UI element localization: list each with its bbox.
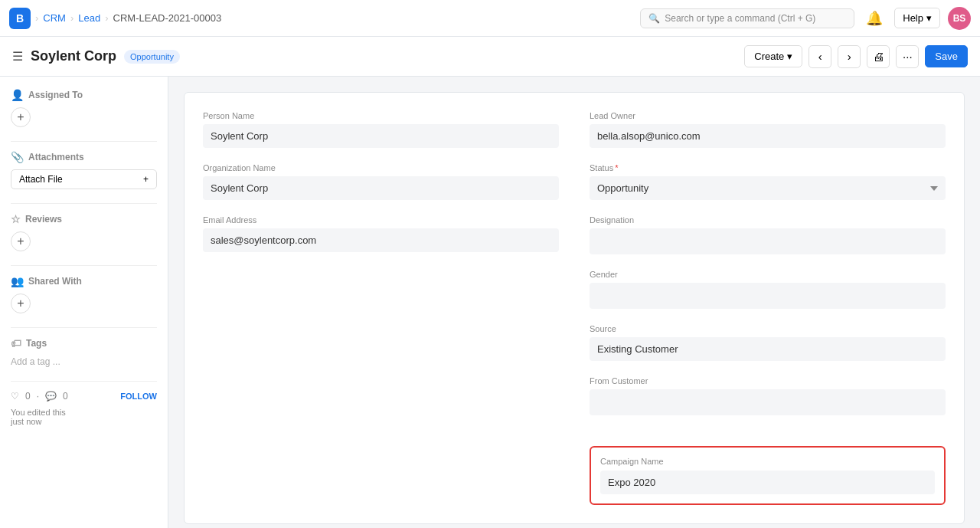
tags-section: 🏷 Tags Add a tag ... [11, 337, 157, 367]
breadcrumb-area: B › CRM › Lead › CRM-LEAD-2021-00003 [9, 8, 221, 29]
status-select[interactable]: Opportunity Lead Open [590, 176, 946, 200]
edited-time: just now [11, 417, 157, 426]
shared-with-add-button[interactable]: + [11, 294, 31, 313]
organization-name-group: Organization Name [203, 163, 559, 200]
save-button[interactable]: Save [925, 45, 968, 67]
main-content: Person Name Lead Owner Organization Name [168, 77, 980, 528]
gender-input[interactable] [590, 283, 946, 309]
page-title: Soylent Corp [31, 48, 116, 64]
attach-file-label: Attach File [19, 174, 63, 185]
page-header-left: ☰ Soylent Corp Opportunity [12, 48, 180, 64]
form-grid: Person Name Lead Owner Organization Name [203, 111, 946, 415]
heart-icon: ♡ [11, 391, 19, 402]
organization-name-label: Organization Name [203, 163, 559, 172]
reviews-header: ☆ Reviews [11, 213, 157, 225]
app-icon[interactable]: B [9, 8, 31, 29]
follow-button[interactable]: FOLLOW [120, 392, 157, 401]
designation-group: Designation [590, 215, 946, 254]
lead-owner-group: Lead Owner [590, 111, 946, 148]
comment-icon: 💬 [45, 391, 57, 402]
assigned-to-section: 👤 Assigned To + [11, 89, 157, 127]
edit-info: You edited this just now [11, 408, 157, 426]
person-icon: 👤 [11, 89, 24, 101]
divider1 [11, 141, 157, 142]
status-badge: Opportunity [124, 50, 180, 64]
person-name-input[interactable] [203, 124, 559, 148]
attach-add-icon: + [143, 174, 149, 185]
search-bar[interactable]: 🔍 Search or type a command (Ctrl + G) [640, 8, 854, 28]
from-customer-input[interactable] [590, 389, 946, 415]
attachments-section: 📎 Attachments Attach File + [11, 151, 157, 189]
gender-label: Gender [590, 270, 946, 279]
help-label: Help [903, 12, 923, 24]
prev-button[interactable]: ‹ [808, 45, 831, 68]
source-group: Source [590, 324, 946, 361]
form-card: Person Name Lead Owner Organization Name [184, 92, 965, 524]
edited-by: You edited this [11, 408, 157, 417]
divider4 [11, 327, 157, 328]
sidebar: 👤 Assigned To + 📎 Attachments Attach Fil… [0, 77, 168, 528]
page-header: ☰ Soylent Corp Opportunity Create ▾ ‹ › … [0, 37, 980, 77]
campaign-name-label: Campaign Name [600, 457, 935, 466]
topnav: B › CRM › Lead › CRM-LEAD-2021-00003 🔍 S… [0, 0, 980, 37]
reviews-section: ☆ Reviews + [11, 213, 157, 251]
breadcrumb-lead[interactable]: Lead [78, 12, 100, 24]
likes-count: 0 [25, 391, 31, 402]
attachments-header: 📎 Attachments [11, 151, 157, 163]
comments-count: 0 [63, 391, 68, 402]
campaign-highlighted-box: Campaign Name [590, 446, 946, 505]
chevron-down-icon: ▾ [787, 51, 792, 62]
person-name-label: Person Name [203, 111, 559, 120]
print-button[interactable]: 🖨 [867, 45, 890, 68]
designation-input[interactable] [590, 228, 946, 254]
organization-name-input[interactable] [203, 176, 559, 200]
campaign-column: Campaign Name [590, 431, 946, 505]
search-icon: 🔍 [648, 13, 660, 24]
layout: 👤 Assigned To + 📎 Attachments Attach Fil… [0, 77, 980, 528]
shared-with-label: Shared With [28, 276, 82, 287]
topnav-right: 🔍 Search or type a command (Ctrl + G) 🔔 … [640, 6, 971, 31]
next-button[interactable]: › [838, 45, 861, 68]
source-input[interactable] [590, 337, 946, 361]
reviews-add-button[interactable]: + [11, 231, 31, 251]
source-label: Source [590, 324, 946, 333]
from-customer-group: From Customer [590, 376, 946, 415]
more-options-button[interactable]: ··· [896, 45, 919, 68]
tags-label: Tags [26, 338, 47, 349]
page-header-right: Create ▾ ‹ › 🖨 ··· Save [744, 45, 968, 68]
divider3 [11, 265, 157, 266]
attachments-label: Attachments [28, 152, 84, 162]
status-group: Status* Opportunity Lead Open [590, 163, 946, 200]
email-label: Email Address [203, 215, 559, 225]
designation-label: Designation [590, 215, 946, 225]
divider2 [11, 203, 157, 204]
help-button[interactable]: Help ▾ [894, 8, 940, 28]
lead-owner-input[interactable] [590, 124, 946, 148]
create-button[interactable]: Create ▾ [744, 45, 802, 67]
notifications-button[interactable]: 🔔 [862, 6, 887, 31]
search-placeholder: Search or type a command (Ctrl + G) [665, 13, 815, 24]
breadcrumb-crm[interactable]: CRM [43, 12, 66, 24]
person-name-group: Person Name [203, 111, 559, 148]
from-customer-label: From Customer [590, 376, 946, 385]
campaign-name-input[interactable] [600, 471, 935, 494]
sep3: › [105, 12, 108, 24]
shared-with-section: 👥 Shared With + [11, 275, 157, 313]
breadcrumb-record: CRM-LEAD-2021-00003 [113, 12, 222, 24]
assigned-to-header: 👤 Assigned To [11, 89, 157, 101]
chevron-down-icon: ▾ [926, 12, 932, 24]
status-required-mark: * [615, 163, 618, 172]
assigned-to-add-button[interactable]: + [11, 107, 31, 127]
add-tag-input[interactable]: Add a tag ... [11, 356, 60, 367]
attachment-icon: 📎 [11, 151, 24, 163]
sep2: › [70, 12, 74, 24]
share-icon: 👥 [11, 275, 24, 287]
lead-owner-label: Lead Owner [590, 111, 946, 120]
email-input[interactable] [203, 228, 559, 252]
attach-file-button[interactable]: Attach File + [11, 169, 157, 189]
divider5 [11, 381, 157, 382]
campaign-row: Campaign Name [203, 431, 946, 505]
avatar[interactable]: BS [948, 7, 971, 30]
create-label: Create [754, 51, 784, 62]
sidebar-toggle-button[interactable]: ☰ [12, 49, 23, 64]
